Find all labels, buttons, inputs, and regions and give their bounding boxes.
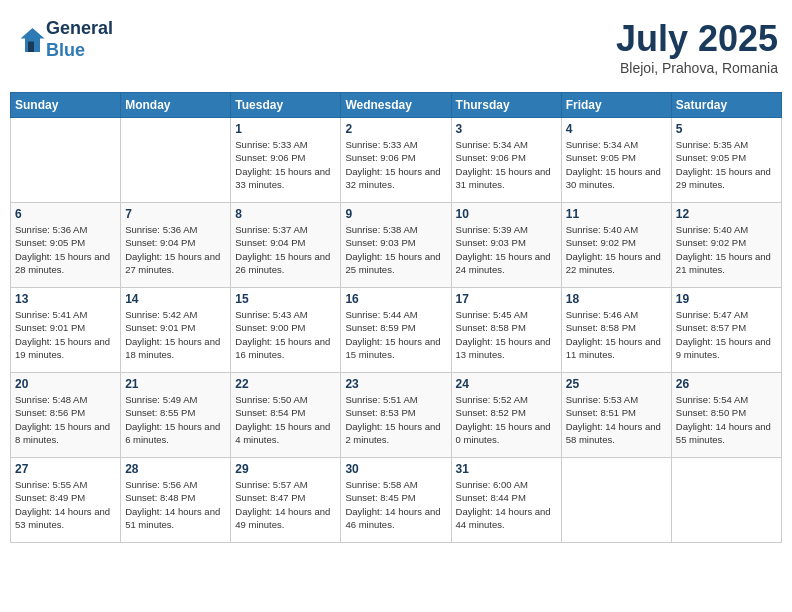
calendar-day-cell: 30 Sunrise: 5:58 AMSunset: 8:45 PMDaylig… xyxy=(341,458,451,543)
calendar-day-cell: 24 Sunrise: 5:52 AMSunset: 8:52 PMDaylig… xyxy=(451,373,561,458)
day-number: 9 xyxy=(345,207,446,221)
weekday-header: Sunday xyxy=(11,93,121,118)
day-detail: Sunrise: 5:33 AMSunset: 9:06 PMDaylight:… xyxy=(235,138,336,191)
day-detail: Sunrise: 5:52 AMSunset: 8:52 PMDaylight:… xyxy=(456,393,557,446)
day-detail: Sunrise: 5:37 AMSunset: 9:04 PMDaylight:… xyxy=(235,223,336,276)
calendar-day-cell: 20 Sunrise: 5:48 AMSunset: 8:56 PMDaylig… xyxy=(11,373,121,458)
page-header: GeneralBlue July 2025 Blejoi, Prahova, R… xyxy=(10,10,782,84)
day-detail: Sunrise: 5:38 AMSunset: 9:03 PMDaylight:… xyxy=(345,223,446,276)
day-detail: Sunrise: 5:34 AMSunset: 9:06 PMDaylight:… xyxy=(456,138,557,191)
calendar-day-cell: 27 Sunrise: 5:55 AMSunset: 8:49 PMDaylig… xyxy=(11,458,121,543)
day-detail: Sunrise: 5:34 AMSunset: 9:05 PMDaylight:… xyxy=(566,138,667,191)
calendar-day-cell: 13 Sunrise: 5:41 AMSunset: 9:01 PMDaylig… xyxy=(11,288,121,373)
day-number: 21 xyxy=(125,377,226,391)
calendar-day-cell xyxy=(561,458,671,543)
day-detail: Sunrise: 5:42 AMSunset: 9:01 PMDaylight:… xyxy=(125,308,226,361)
calendar-day-cell: 3 Sunrise: 5:34 AMSunset: 9:06 PMDayligh… xyxy=(451,118,561,203)
calendar-day-cell: 17 Sunrise: 5:45 AMSunset: 8:58 PMDaylig… xyxy=(451,288,561,373)
day-detail: Sunrise: 5:47 AMSunset: 8:57 PMDaylight:… xyxy=(676,308,777,361)
day-number: 13 xyxy=(15,292,116,306)
day-detail: Sunrise: 5:36 AMSunset: 9:05 PMDaylight:… xyxy=(15,223,116,276)
day-number: 25 xyxy=(566,377,667,391)
day-number: 17 xyxy=(456,292,557,306)
calendar-day-cell: 2 Sunrise: 5:33 AMSunset: 9:06 PMDayligh… xyxy=(341,118,451,203)
day-detail: Sunrise: 5:50 AMSunset: 8:54 PMDaylight:… xyxy=(235,393,336,446)
calendar-week-row: 1 Sunrise: 5:33 AMSunset: 9:06 PMDayligh… xyxy=(11,118,782,203)
calendar-day-cell: 9 Sunrise: 5:38 AMSunset: 9:03 PMDayligh… xyxy=(341,203,451,288)
weekday-header: Friday xyxy=(561,93,671,118)
day-number: 6 xyxy=(15,207,116,221)
day-number: 1 xyxy=(235,122,336,136)
calendar-day-cell: 1 Sunrise: 5:33 AMSunset: 9:06 PMDayligh… xyxy=(231,118,341,203)
calendar-day-cell: 31 Sunrise: 6:00 AMSunset: 8:44 PMDaylig… xyxy=(451,458,561,543)
day-number: 5 xyxy=(676,122,777,136)
day-number: 14 xyxy=(125,292,226,306)
calendar-day-cell: 11 Sunrise: 5:40 AMSunset: 9:02 PMDaylig… xyxy=(561,203,671,288)
calendar-day-cell: 10 Sunrise: 5:39 AMSunset: 9:03 PMDaylig… xyxy=(451,203,561,288)
calendar-day-cell: 22 Sunrise: 5:50 AMSunset: 8:54 PMDaylig… xyxy=(231,373,341,458)
day-number: 26 xyxy=(676,377,777,391)
day-detail: Sunrise: 5:44 AMSunset: 8:59 PMDaylight:… xyxy=(345,308,446,361)
day-number: 30 xyxy=(345,462,446,476)
day-number: 8 xyxy=(235,207,336,221)
day-number: 18 xyxy=(566,292,667,306)
day-number: 19 xyxy=(676,292,777,306)
location-subtitle: Blejoi, Prahova, Romania xyxy=(616,60,778,76)
logo-text: GeneralBlue xyxy=(46,18,113,61)
day-number: 24 xyxy=(456,377,557,391)
calendar-day-cell: 18 Sunrise: 5:46 AMSunset: 8:58 PMDaylig… xyxy=(561,288,671,373)
day-detail: Sunrise: 5:39 AMSunset: 9:03 PMDaylight:… xyxy=(456,223,557,276)
day-detail: Sunrise: 5:48 AMSunset: 8:56 PMDaylight:… xyxy=(15,393,116,446)
day-detail: Sunrise: 5:40 AMSunset: 9:02 PMDaylight:… xyxy=(566,223,667,276)
day-number: 10 xyxy=(456,207,557,221)
day-number: 23 xyxy=(345,377,446,391)
day-detail: Sunrise: 6:00 AMSunset: 8:44 PMDaylight:… xyxy=(456,478,557,531)
day-detail: Sunrise: 5:41 AMSunset: 9:01 PMDaylight:… xyxy=(15,308,116,361)
day-number: 2 xyxy=(345,122,446,136)
day-number: 12 xyxy=(676,207,777,221)
logo-icon xyxy=(16,25,46,55)
day-number: 29 xyxy=(235,462,336,476)
day-number: 3 xyxy=(456,122,557,136)
day-number: 20 xyxy=(15,377,116,391)
weekday-header: Wednesday xyxy=(341,93,451,118)
weekday-header-row: SundayMondayTuesdayWednesdayThursdayFrid… xyxy=(11,93,782,118)
calendar-day-cell xyxy=(671,458,781,543)
calendar-day-cell: 26 Sunrise: 5:54 AMSunset: 8:50 PMDaylig… xyxy=(671,373,781,458)
weekday-header: Tuesday xyxy=(231,93,341,118)
day-number: 28 xyxy=(125,462,226,476)
calendar-week-row: 6 Sunrise: 5:36 AMSunset: 9:05 PMDayligh… xyxy=(11,203,782,288)
day-detail: Sunrise: 5:55 AMSunset: 8:49 PMDaylight:… xyxy=(15,478,116,531)
weekday-header: Saturday xyxy=(671,93,781,118)
calendar-day-cell: 12 Sunrise: 5:40 AMSunset: 9:02 PMDaylig… xyxy=(671,203,781,288)
day-detail: Sunrise: 5:57 AMSunset: 8:47 PMDaylight:… xyxy=(235,478,336,531)
month-title: July 2025 xyxy=(616,18,778,60)
calendar-day-cell: 25 Sunrise: 5:53 AMSunset: 8:51 PMDaylig… xyxy=(561,373,671,458)
day-detail: Sunrise: 5:36 AMSunset: 9:04 PMDaylight:… xyxy=(125,223,226,276)
day-detail: Sunrise: 5:56 AMSunset: 8:48 PMDaylight:… xyxy=(125,478,226,531)
calendar-week-row: 13 Sunrise: 5:41 AMSunset: 9:01 PMDaylig… xyxy=(11,288,782,373)
day-detail: Sunrise: 5:49 AMSunset: 8:55 PMDaylight:… xyxy=(125,393,226,446)
calendar-table: SundayMondayTuesdayWednesdayThursdayFrid… xyxy=(10,92,782,543)
day-detail: Sunrise: 5:45 AMSunset: 8:58 PMDaylight:… xyxy=(456,308,557,361)
title-block: July 2025 Blejoi, Prahova, Romania xyxy=(616,18,778,76)
day-number: 27 xyxy=(15,462,116,476)
calendar-day-cell xyxy=(121,118,231,203)
calendar-day-cell: 16 Sunrise: 5:44 AMSunset: 8:59 PMDaylig… xyxy=(341,288,451,373)
weekday-header: Monday xyxy=(121,93,231,118)
calendar-day-cell: 15 Sunrise: 5:43 AMSunset: 9:00 PMDaylig… xyxy=(231,288,341,373)
calendar-day-cell: 21 Sunrise: 5:49 AMSunset: 8:55 PMDaylig… xyxy=(121,373,231,458)
logo: GeneralBlue xyxy=(14,18,113,61)
svg-rect-1 xyxy=(28,41,34,52)
calendar-day-cell: 8 Sunrise: 5:37 AMSunset: 9:04 PMDayligh… xyxy=(231,203,341,288)
calendar-day-cell: 5 Sunrise: 5:35 AMSunset: 9:05 PMDayligh… xyxy=(671,118,781,203)
day-detail: Sunrise: 5:33 AMSunset: 9:06 PMDaylight:… xyxy=(345,138,446,191)
day-detail: Sunrise: 5:40 AMSunset: 9:02 PMDaylight:… xyxy=(676,223,777,276)
day-detail: Sunrise: 5:46 AMSunset: 8:58 PMDaylight:… xyxy=(566,308,667,361)
day-detail: Sunrise: 5:43 AMSunset: 9:00 PMDaylight:… xyxy=(235,308,336,361)
day-detail: Sunrise: 5:35 AMSunset: 9:05 PMDaylight:… xyxy=(676,138,777,191)
calendar-day-cell: 19 Sunrise: 5:47 AMSunset: 8:57 PMDaylig… xyxy=(671,288,781,373)
calendar-day-cell: 4 Sunrise: 5:34 AMSunset: 9:05 PMDayligh… xyxy=(561,118,671,203)
calendar-day-cell: 7 Sunrise: 5:36 AMSunset: 9:04 PMDayligh… xyxy=(121,203,231,288)
day-number: 16 xyxy=(345,292,446,306)
